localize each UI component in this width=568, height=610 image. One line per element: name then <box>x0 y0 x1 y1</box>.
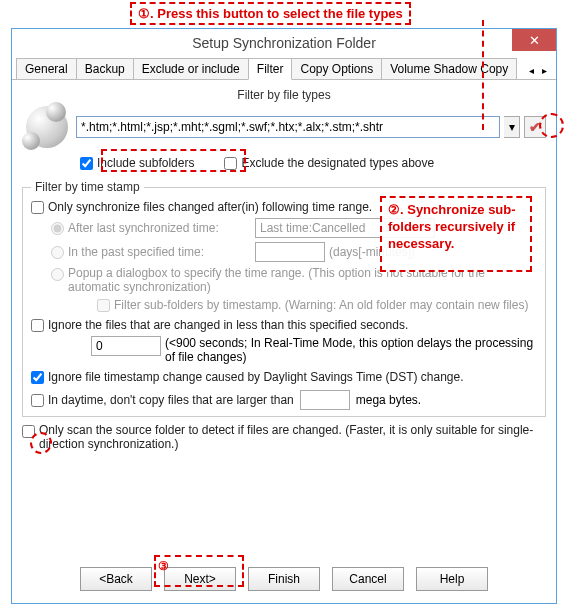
past-time-field[interactable] <box>255 242 325 262</box>
include-subfolders-checkbox[interactable]: Include subfolders <box>80 156 194 170</box>
include-subfolders-input[interactable] <box>80 157 93 170</box>
popup-label: Popup a dialogbox to specify the time ra… <box>68 266 537 294</box>
tab-copy-options[interactable]: Copy Options <box>291 58 382 79</box>
tab-scroll-left-icon[interactable]: ◂ <box>526 64 537 77</box>
tab-volume-shadow-copy[interactable]: Volume Shadow Copy <box>381 58 517 79</box>
ignore-dst-checkbox[interactable]: Ignore file timestamp change caused by D… <box>31 370 464 384</box>
daytime-limit-checkbox[interactable]: In daytime, don't copy files that are la… <box>31 393 294 407</box>
check-icon: ✔ <box>529 119 541 135</box>
annotation-1: ①. Press this button to select the file … <box>130 2 411 25</box>
close-button[interactable]: ✕ <box>512 29 556 51</box>
select-filetypes-button[interactable]: ✔ <box>524 116 546 138</box>
filter-types-label: Filter by file types <box>22 88 546 102</box>
ignore-dst-label: Ignore file timestamp change caused by D… <box>48 370 464 384</box>
seconds-field[interactable] <box>91 336 161 356</box>
daytime-limit-label: In daytime, don't copy files that are la… <box>48 393 294 407</box>
annotation-1-leader <box>482 20 484 130</box>
tab-exclude-include[interactable]: Exclude or include <box>133 58 249 79</box>
filter-subfolders-input[interactable] <box>97 299 110 312</box>
only-sync-checkbox[interactable]: Only synchronize files changed after(in)… <box>31 200 537 214</box>
help-button[interactable]: Help <box>416 567 488 591</box>
popup-radio[interactable]: Popup a dialogbox to specify the time ra… <box>51 266 537 294</box>
dialog-window: Setup Synchronization Folder ✕ General B… <box>11 28 557 604</box>
tab-backup[interactable]: Backup <box>76 58 134 79</box>
finish-button[interactable]: Finish <box>248 567 320 591</box>
daytime-limit-input[interactable] <box>31 394 44 407</box>
only-sync-input[interactable] <box>31 201 44 214</box>
filter-subfolders-checkbox[interactable]: Filter sub-folders by timestamp. (Warnin… <box>97 298 528 312</box>
ignore-seconds-label: Ignore the files that are changed in les… <box>48 318 408 332</box>
scan-only-checkbox[interactable]: Only scan the source folder to detect if… <box>22 423 546 451</box>
after-last-input[interactable] <box>51 222 64 235</box>
cancel-button[interactable]: Cancel <box>332 567 404 591</box>
in-past-radio[interactable]: In the past specified time: <box>51 245 251 259</box>
filter-types-input[interactable] <box>76 116 500 138</box>
tab-scroll-right-icon[interactable]: ▸ <box>539 64 550 77</box>
back-button[interactable]: <Back <box>80 567 152 591</box>
only-sync-label: Only synchronize files changed after(in)… <box>48 200 372 214</box>
seconds-hint: (<900 seconds; In Real-Time Mode, this o… <box>165 336 537 364</box>
exclude-designated-checkbox[interactable]: Exclude the designated types above <box>224 156 434 170</box>
ignore-seconds-checkbox[interactable]: Ignore the files that are changed in les… <box>31 318 408 332</box>
timestamp-fieldset: Filter by time stamp Only synchronize fi… <box>22 180 546 417</box>
tab-filter[interactable]: Filter <box>248 58 293 80</box>
filter-subfolders-label: Filter sub-folders by timestamp. (Warnin… <box>114 298 528 312</box>
in-past-label: In the past specified time: <box>68 245 204 259</box>
after-last-label: After last synchronized time: <box>68 221 219 235</box>
ignore-dst-input[interactable] <box>31 371 44 384</box>
tab-bar: General Backup Exclude or include Filter… <box>12 57 556 80</box>
tab-scroll-arrows[interactable]: ◂ ▸ <box>524 62 552 79</box>
window-title: Setup Synchronization Folder <box>192 35 376 51</box>
after-last-radio[interactable]: After last synchronized time: <box>51 221 251 235</box>
daytime-suffix: mega bytes. <box>356 393 421 407</box>
wizard-buttons: <Back Next> Finish Cancel Help <box>12 567 556 591</box>
filter-icon <box>22 106 72 148</box>
in-past-input[interactable] <box>51 246 64 259</box>
exclude-designated-input[interactable] <box>224 157 237 170</box>
include-subfolders-label: Include subfolders <box>97 156 194 170</box>
close-icon: ✕ <box>529 33 540 48</box>
tab-general[interactable]: General <box>16 58 77 79</box>
daytime-mb-field[interactable] <box>300 390 350 410</box>
days-minutes-label: (days[-minutes]) <box>329 245 415 259</box>
timestamp-legend: Filter by time stamp <box>31 180 144 194</box>
titlebar: Setup Synchronization Folder ✕ <box>12 29 556 57</box>
filter-types-dropdown-icon[interactable]: ▾ <box>504 116 520 138</box>
last-time-field <box>255 218 435 238</box>
tab-content: Filter by file types ▾ ✔ Include subfold… <box>12 80 556 521</box>
scan-only-label: Only scan the source folder to detect if… <box>39 423 546 451</box>
popup-input[interactable] <box>51 268 64 281</box>
next-button[interactable]: Next> <box>164 567 236 591</box>
exclude-designated-label: Exclude the designated types above <box>241 156 434 170</box>
ignore-seconds-input[interactable] <box>31 319 44 332</box>
scan-only-input[interactable] <box>22 425 35 438</box>
